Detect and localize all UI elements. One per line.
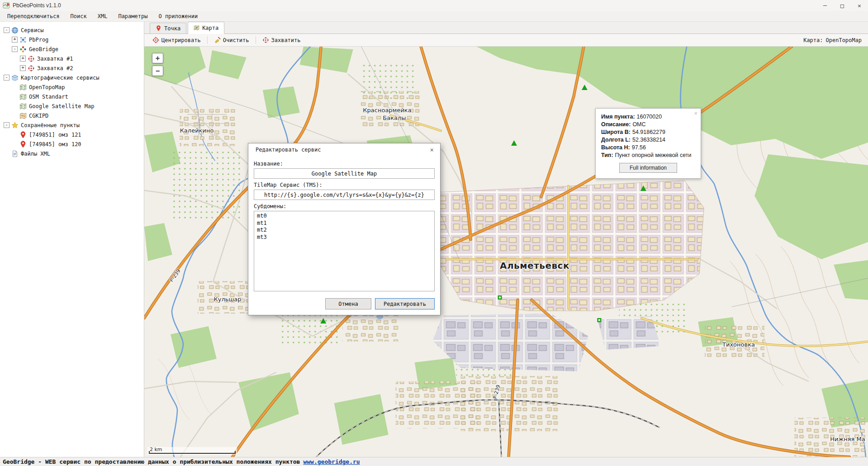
menu-about[interactable]: О приложении bbox=[153, 12, 203, 21]
info-value: 97.56 bbox=[632, 144, 646, 151]
tree-item-label: [749845] омз 120 bbox=[29, 141, 81, 147]
full-information-button[interactable]: Full information bbox=[619, 163, 677, 173]
info-value: 54.91862279 bbox=[632, 129, 665, 135]
tree-item-label: PbProg bbox=[29, 37, 48, 43]
info-label: Высота H: bbox=[601, 144, 630, 151]
map-toolbar: Центрировать Очистить Захватить Карта: O… bbox=[144, 34, 868, 47]
subdomains-label: Субдомены: bbox=[254, 203, 435, 209]
expand-toggle[interactable]: - bbox=[4, 122, 9, 128]
close-button[interactable]: × bbox=[851, 0, 868, 11]
tree-item-google-satellite[interactable]: Google Satellite Map bbox=[0, 101, 144, 111]
map-service-icon bbox=[19, 112, 27, 119]
tree-item-carto-services[interactable]: - Картографические сервисы bbox=[0, 73, 144, 82]
tab-label: Карта bbox=[202, 25, 218, 31]
info-label: Долгота L: bbox=[601, 137, 631, 143]
info-label: Описание: bbox=[601, 121, 631, 128]
expand-toggle[interactable]: - bbox=[4, 27, 9, 33]
titlebar: PbGeoPoints v1.1.0 ─ □ × bbox=[0, 0, 868, 11]
center-button[interactable]: Центрировать bbox=[149, 35, 204, 45]
tab-label: Точка bbox=[164, 25, 180, 32]
menu-xml[interactable]: XML bbox=[92, 12, 113, 21]
toolbar-separator bbox=[207, 36, 208, 44]
tree-item-point-749845[interactable]: [749845] омз 120 bbox=[0, 139, 144, 149]
map-service-icon bbox=[19, 84, 27, 91]
info-value: Пункт опорной межевой сети bbox=[615, 152, 692, 158]
status-text: GeoBridge - WEB сервис по предоставлению… bbox=[3, 458, 300, 465]
tree-item-label: Захватка #1 bbox=[37, 56, 73, 62]
map-source-value[interactable]: OpenTopoMap bbox=[826, 37, 862, 43]
expand-toggle[interactable]: + bbox=[12, 37, 18, 43]
app-icon bbox=[3, 2, 10, 9]
tree-item-cgkipd[interactable]: CGKIPD bbox=[0, 111, 144, 120]
info-row: Высота H:97.56 bbox=[601, 144, 695, 152]
pin-icon bbox=[19, 131, 27, 138]
tree-item-pbprog[interactable]: + PbProg bbox=[0, 35, 144, 44]
zoom-in-button[interactable]: + bbox=[152, 53, 163, 63]
tab-map[interactable]: Карта bbox=[188, 22, 224, 34]
xml-file-icon bbox=[11, 150, 19, 157]
tms-url-input[interactable] bbox=[254, 190, 435, 200]
info-value: 16070020 bbox=[637, 114, 662, 120]
tree-item-opentopomap[interactable]: OpenTopoMap bbox=[0, 82, 144, 92]
close-icon[interactable]: × bbox=[428, 146, 436, 153]
info-value: ОМС bbox=[632, 121, 645, 128]
capture-button[interactable]: Захватить bbox=[259, 35, 304, 45]
tree-item-label: Сервисы bbox=[21, 27, 44, 33]
tree-item-geobridge[interactable]: - GeoBridge bbox=[0, 44, 144, 54]
menu-parameters[interactable]: Параметры bbox=[113, 12, 153, 21]
tree-item-saved-points[interactable]: - Сохранённые пункты bbox=[0, 120, 144, 130]
expand-toggle[interactable]: - bbox=[4, 75, 9, 81]
minimize-button[interactable]: ─ bbox=[816, 0, 834, 11]
menu-reconnect[interactable]: Переподключиться bbox=[2, 12, 65, 21]
tab-point[interactable]: Точка bbox=[150, 23, 186, 33]
pin-icon bbox=[156, 25, 161, 31]
zoom-control: + − bbox=[152, 53, 163, 76]
dialog-titlebar[interactable]: Редактировать сервис × bbox=[248, 143, 440, 156]
zoom-out-button[interactable]: − bbox=[152, 66, 163, 76]
target-icon bbox=[262, 37, 269, 43]
statusbar: GeoBridge - WEB сервис по предоставлению… bbox=[0, 457, 868, 466]
cancel-button[interactable]: Отмена bbox=[325, 298, 371, 309]
tree-item-label: Захватка #2 bbox=[37, 65, 73, 71]
geobridge-link[interactable]: www.geobridge.ru bbox=[303, 458, 360, 465]
edit-service-dialog: Редактировать сервис × Название: TileMap… bbox=[248, 143, 441, 315]
star-icon bbox=[11, 122, 19, 129]
tree-item-label: Google Satellite Map bbox=[29, 103, 95, 109]
target-capture-icon bbox=[28, 55, 35, 62]
tree-item-services[interactable]: - Сервисы bbox=[0, 25, 144, 35]
service-name-input[interactable] bbox=[254, 168, 435, 179]
expand-toggle[interactable]: + bbox=[20, 56, 26, 62]
map-service-icon bbox=[19, 103, 27, 110]
expand-toggle[interactable]: + bbox=[20, 65, 26, 71]
menubar: Переподключиться Поиск XML Параметры О п… bbox=[0, 11, 868, 22]
clear-button[interactable]: Очистить bbox=[210, 35, 253, 45]
crosshair-icon bbox=[152, 37, 159, 43]
clear-button-label: Очистить bbox=[223, 37, 249, 43]
dialog-title: Редактировать сервис bbox=[256, 147, 321, 153]
toolbar-separator bbox=[256, 36, 256, 44]
tree-item-label: GeoBridge bbox=[29, 46, 58, 52]
info-value: 52.36338214 bbox=[632, 137, 665, 143]
close-icon[interactable]: × bbox=[694, 109, 697, 117]
map-service-icon bbox=[19, 93, 27, 100]
tree-item-xml-files[interactable]: Файлы XML bbox=[0, 149, 144, 158]
edit-submit-button[interactable]: Редактировать bbox=[375, 298, 435, 309]
menu-search[interactable]: Поиск bbox=[65, 12, 92, 21]
tree-item-point-749851[interactable]: [749851] омз 121 bbox=[0, 130, 144, 139]
subdomains-textarea[interactable]: mt0 mt1 mt2 mt3 bbox=[254, 211, 435, 291]
expand-toggle[interactable]: - bbox=[12, 46, 18, 52]
info-row: Долгота L:52.36338214 bbox=[601, 136, 695, 144]
scale-bar: 2 km bbox=[147, 447, 237, 455]
tree-item-capture-1[interactable]: + Захватка #1 bbox=[0, 54, 144, 63]
broom-icon bbox=[214, 37, 221, 43]
pin-icon bbox=[19, 141, 27, 148]
tree-item-label: OpenTopoMap bbox=[29, 84, 65, 90]
tree-item-osm-standart[interactable]: OSM Standart bbox=[0, 92, 144, 101]
info-label: Широта B: bbox=[601, 129, 631, 135]
capture-button-label: Захватить bbox=[271, 37, 301, 43]
restore-button[interactable]: □ bbox=[834, 0, 851, 11]
tree-item-label: [749851] омз 121 bbox=[29, 132, 81, 138]
map-source-label: Карта: bbox=[803, 37, 823, 43]
layers-icon bbox=[11, 74, 19, 81]
tree-item-capture-2[interactable]: + Захватка #2 bbox=[0, 63, 144, 73]
